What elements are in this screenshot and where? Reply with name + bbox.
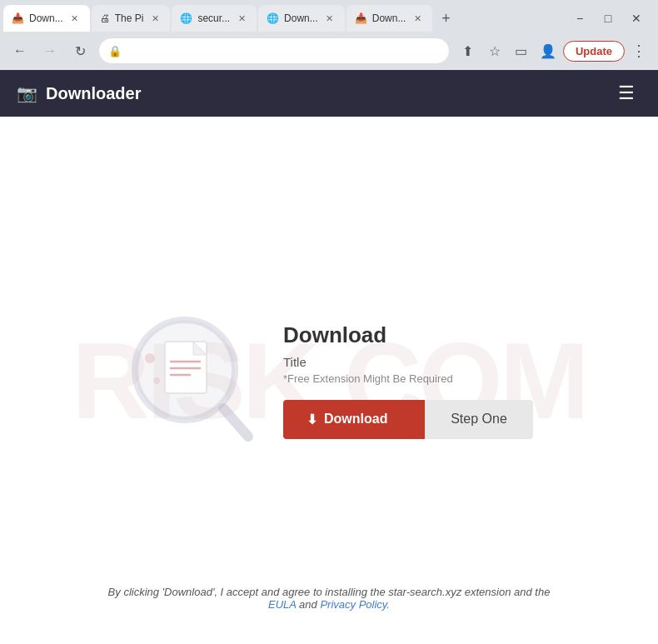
magnifier-area <box>125 310 258 452</box>
lock-icon: 🔒 <box>108 45 122 57</box>
site-brand: 📷 Downloader <box>17 83 141 103</box>
toolbar-icons: ⬆ ☆ ▭ 👤 Update ⋮ <box>456 39 650 62</box>
tab-bar: 📥 Down... ✕ 🖨 The Pi ✕ 🌐 secur... ✕ 🌐 Do… <box>0 0 658 32</box>
share-icon[interactable]: ⬆ <box>456 39 480 62</box>
step-one-button[interactable]: Step One <box>425 400 533 439</box>
tab-favicon-4: 📥 <box>355 12 367 24</box>
magnifier-icon <box>125 310 258 452</box>
brand-name: Downloader <box>46 84 141 103</box>
sidebar-icon[interactable]: ▭ <box>510 39 533 62</box>
brand-icon: 📷 <box>17 83 37 103</box>
svg-point-7 <box>145 353 155 363</box>
minimize-button[interactable]: − <box>568 9 591 27</box>
maximize-button[interactable]: □ <box>596 9 620 27</box>
tab-thepi[interactable]: 🖨 The Pi ✕ <box>92 5 171 32</box>
hamburger-menu[interactable]: ☰ <box>611 78 641 108</box>
tab-down3[interactable]: 🌐 Down... ✕ <box>258 5 345 32</box>
footer-note: By clicking 'Download', I accept and agr… <box>108 586 551 611</box>
svg-point-8 <box>153 377 160 384</box>
forward-button[interactable]: → <box>38 39 62 62</box>
footer-and: and <box>297 598 321 611</box>
back-button[interactable]: ← <box>8 39 32 62</box>
download-btn-label: Download <box>324 412 387 427</box>
tab-close-1[interactable]: ✕ <box>148 12 162 25</box>
main-area: RISK.COM <box>0 117 658 644</box>
download-heading: Download <box>283 322 533 348</box>
tab-close-4[interactable]: ✕ <box>411 12 424 25</box>
address-bar: ← → ↻ 🔒 ⬆ ☆ ▭ 👤 Update ⋮ <box>0 32 658 70</box>
tab-active-downloader[interactable]: 📥 Down... ✕ <box>3 5 90 32</box>
tab-close-2[interactable]: ✕ <box>235 12 248 25</box>
address-input[interactable] <box>98 37 450 64</box>
svg-line-1 <box>223 408 248 437</box>
tab-title-1: The Pi <box>115 12 144 24</box>
free-ext-note: *Free Extension Might Be Required <box>283 372 533 385</box>
tab-title-5: Down... <box>29 12 63 24</box>
tab-favicon-2: 🌐 <box>180 12 192 24</box>
download-icon: ⬇ <box>307 412 317 427</box>
tab-favicon-3: 🌐 <box>267 12 279 24</box>
site-navbar: 📷 Downloader ☰ <box>0 70 658 117</box>
tab-down4[interactable]: 📥 Down... ✕ <box>346 5 433 32</box>
bookmark-icon[interactable]: ☆ <box>483 39 506 62</box>
privacy-policy-link[interactable]: Privacy Policy. <box>320 598 390 611</box>
window-controls: − □ ✕ <box>568 9 655 27</box>
tab-title-4: Down... <box>372 12 406 24</box>
new-tab-button[interactable]: + <box>434 7 457 30</box>
browser-chrome: 📥 Down... ✕ 🖨 The Pi ✕ 🌐 secur... ✕ 🌐 Do… <box>0 0 658 70</box>
right-content: Download Title *Free Extension Might Be … <box>283 322 533 439</box>
update-button[interactable]: Update <box>563 41 625 62</box>
eula-link[interactable]: EULA <box>268 598 296 611</box>
tab-close-5[interactable]: ✕ <box>68 12 82 25</box>
footer-line1: By clicking 'Download', I accept and agr… <box>108 586 551 598</box>
content-card: Download Title *Free Extension Might Be … <box>83 277 575 485</box>
menu-dots-icon[interactable]: ⋮ <box>628 40 650 62</box>
tab-title-2: secur... <box>197 12 230 24</box>
profile-icon[interactable]: 👤 <box>536 39 560 62</box>
tab-favicon-5: 📥 <box>12 12 24 24</box>
page-content: 📷 Downloader ☰ RISK.COM <box>0 70 658 644</box>
tab-title-3: Down... <box>284 12 318 24</box>
tab-secure[interactable]: 🌐 secur... ✕ <box>172 5 257 32</box>
address-wrapper: 🔒 <box>98 37 450 64</box>
file-title: Title <box>283 355 533 369</box>
button-row: ⬇ Download Step One <box>283 400 533 439</box>
reload-button[interactable]: ↻ <box>68 39 92 62</box>
tab-close-3[interactable]: ✕ <box>323 12 336 25</box>
close-button[interactable]: ✕ <box>625 9 648 27</box>
tab-favicon-1: 🖨 <box>100 12 110 24</box>
download-button[interactable]: ⬇ Download <box>283 400 425 439</box>
